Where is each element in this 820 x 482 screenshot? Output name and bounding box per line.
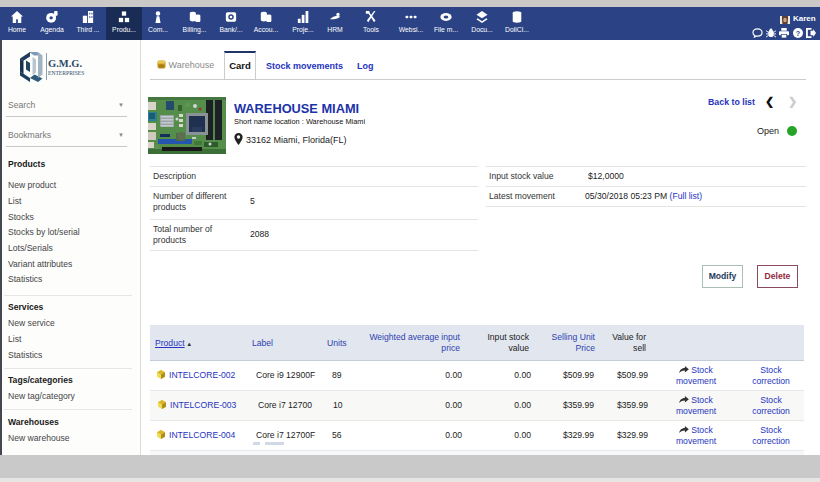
- svg-text:G.M.G.: G.M.G.: [48, 58, 82, 69]
- svg-text:?: ?: [796, 29, 801, 38]
- svg-text:ENTERPRISES: ENTERPRISES: [48, 70, 84, 76]
